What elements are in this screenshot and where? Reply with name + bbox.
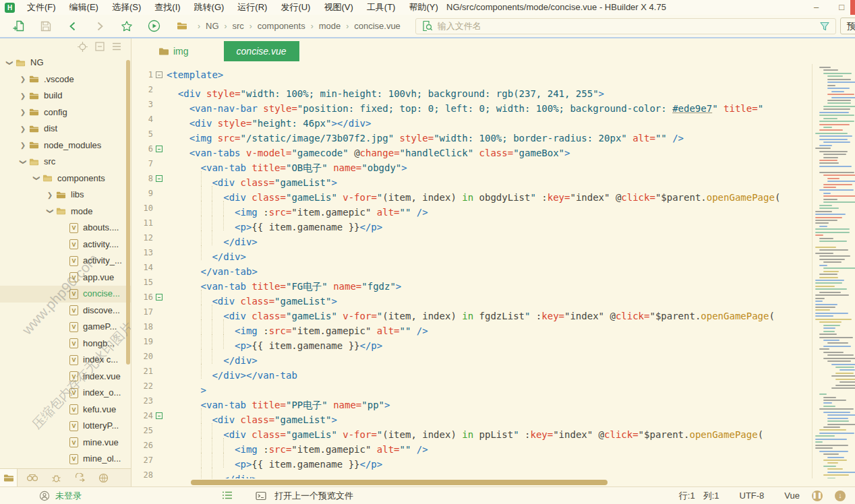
tree-item-discove...[interactable]: Vdiscove... bbox=[0, 303, 131, 319]
gutter[interactable]: 6 bbox=[131, 141, 167, 156]
code-line-4[interactable]: 4<div style="height: 46px"></div> bbox=[131, 112, 811, 127]
menu-item-8[interactable]: 工具(T) bbox=[360, 0, 403, 15]
gutter[interactable]: 14 bbox=[131, 260, 167, 275]
gutter[interactable]: 28 bbox=[131, 468, 167, 478]
encoding-indicator[interactable]: UTF-8 bbox=[740, 491, 765, 501]
favorite-star-button[interactable] bbox=[119, 18, 135, 34]
code-line-13[interactable]: 13</div> bbox=[131, 245, 811, 260]
tab-search[interactable] bbox=[24, 469, 41, 487]
gutter[interactable]: 17 bbox=[131, 305, 167, 319]
chevron-right-icon[interactable]: ❯ bbox=[19, 141, 27, 149]
tree-item-hongb...[interactable]: Vhongb... bbox=[0, 336, 131, 352]
fold-marker-icon[interactable] bbox=[156, 175, 163, 182]
tree-item-dist[interactable]: ❯dist bbox=[0, 121, 131, 137]
breadcrumb-item[interactable]: mode bbox=[319, 21, 341, 31]
gutter[interactable]: 16 bbox=[131, 290, 167, 305]
minimize-button[interactable]: – bbox=[814, 0, 819, 15]
preview-button[interactable]: 预 bbox=[840, 18, 855, 34]
code-line-28[interactable]: 28</div> bbox=[131, 468, 811, 478]
fold-marker-icon[interactable] bbox=[156, 294, 163, 301]
menu-item-2[interactable]: 选择(S) bbox=[105, 0, 148, 15]
search-input[interactable] bbox=[438, 21, 819, 31]
tree-item-kefu.vue[interactable]: Vkefu.vue bbox=[0, 402, 131, 418]
tree-item-activity_...[interactable]: Vactivity_... bbox=[0, 253, 131, 270]
user-icon[interactable] bbox=[39, 491, 50, 501]
chevron-right-icon[interactable]: ❯ bbox=[19, 108, 27, 116]
tab-img[interactable]: img bbox=[158, 46, 189, 57]
tab-debug[interactable] bbox=[47, 469, 65, 487]
code-line-17[interactable]: 17<div class="gameLis" v-for="(item, ind… bbox=[131, 305, 811, 319]
code-line-3[interactable]: 3<van-nav-bar style="position: fixed; to… bbox=[131, 97, 811, 112]
code-editor[interactable]: 1<template>2<div style="width: 100%; min… bbox=[131, 64, 855, 486]
gutter[interactable]: 24 bbox=[131, 408, 167, 423]
code-line-20[interactable]: 20</div> bbox=[131, 349, 811, 364]
gutter[interactable]: 13 bbox=[131, 245, 167, 260]
tree-item-mine.vue[interactable]: Vmine.vue bbox=[0, 435, 131, 451]
chevron-right-icon[interactable]: ❯ bbox=[19, 92, 27, 100]
code-line-25[interactable]: 25<div class="gameLis" v-for="(item, ind… bbox=[131, 423, 811, 438]
tree-item-src[interactable]: ❯src bbox=[0, 154, 131, 170]
gutter[interactable]: 25 bbox=[131, 423, 167, 438]
chevron-right-icon[interactable]: ❯ bbox=[19, 125, 27, 133]
code-line-10[interactable]: 10<img :src="item.gamepic" alt="" /> bbox=[131, 201, 811, 216]
menu-item-0[interactable]: 文件(F) bbox=[20, 0, 63, 15]
gutter[interactable]: 2 bbox=[131, 82, 167, 97]
code-line-16[interactable]: 16<div class="gameList"> bbox=[131, 290, 811, 305]
tree-item-app.vue[interactable]: Vapp.vue bbox=[0, 270, 131, 286]
tree-item-build[interactable]: ❯build bbox=[0, 88, 131, 104]
menu-item-5[interactable]: 运行(R) bbox=[231, 0, 274, 15]
update-icon[interactable]: ❚❚ bbox=[812, 491, 823, 501]
code-line-9[interactable]: 9<div class="gameLis" v-for="(item, inde… bbox=[131, 186, 811, 201]
cursor-col[interactable]: 列:1 bbox=[703, 490, 719, 502]
terminal-icon[interactable] bbox=[256, 491, 266, 501]
code-line-18[interactable]: 18<img :src="item.gamepic" alt="" /> bbox=[131, 319, 811, 334]
gutter[interactable]: 19 bbox=[131, 334, 167, 349]
open-prev-preview[interactable]: 打开上一个预览文件 bbox=[274, 490, 353, 502]
menu-item-4[interactable]: 跳转(G) bbox=[187, 0, 231, 15]
tab-project-explorer[interactable] bbox=[0, 469, 18, 487]
code-line-7[interactable]: 7<van-tab title="OB电子" name="obgdy"> bbox=[131, 156, 811, 171]
gutter[interactable]: 1 bbox=[131, 67, 167, 82]
file-search-box[interactable] bbox=[415, 18, 836, 34]
gutter[interactable]: 3 bbox=[131, 97, 167, 112]
code-line-1[interactable]: 1<template> bbox=[131, 67, 811, 82]
menu-item-3[interactable]: 查找(I) bbox=[148, 0, 187, 15]
code-line-21[interactable]: 21</div></van-tab bbox=[131, 364, 811, 379]
tree-item-activity....[interactable]: Vactivity.... bbox=[0, 237, 131, 253]
menu-item-1[interactable]: 编辑(E) bbox=[63, 0, 105, 15]
gutter[interactable]: 12 bbox=[131, 230, 167, 245]
code-line-27[interactable]: 27<p>{{ item.gamename }}</p> bbox=[131, 453, 811, 468]
gutter[interactable]: 4 bbox=[131, 112, 167, 127]
gutter[interactable]: 9 bbox=[131, 186, 167, 201]
tab-sync[interactable] bbox=[71, 469, 88, 487]
tree-item-indexc...[interactable]: Vindex c... bbox=[0, 352, 131, 369]
breadcrumb-item[interactable]: src bbox=[233, 21, 244, 31]
filter-funnel-icon[interactable] bbox=[819, 21, 830, 32]
code-line-24[interactable]: 24<div class="gameList"> bbox=[131, 408, 811, 423]
tree-item-config[interactable]: ❯config bbox=[0, 104, 131, 121]
code-line-2[interactable]: 2<div style="width: 100%; min-height: 10… bbox=[131, 82, 811, 97]
tree-item-concise...[interactable]: Vconcise... bbox=[0, 286, 131, 303]
explorer-menu-icon[interactable] bbox=[112, 42, 121, 51]
gutter[interactable]: 10 bbox=[131, 201, 167, 216]
breadcrumb-item[interactable]: concise.vue bbox=[354, 21, 401, 31]
chevron-down-icon[interactable]: ❯ bbox=[6, 59, 13, 67]
chevron-down-icon[interactable]: ❯ bbox=[20, 158, 27, 166]
gutter[interactable]: 22 bbox=[131, 379, 167, 393]
gutter[interactable]: 23 bbox=[131, 393, 167, 408]
breadcrumb-item[interactable]: NG bbox=[206, 21, 219, 31]
horizontal-scrollbar[interactable] bbox=[191, 480, 608, 485]
fold-marker-icon[interactable] bbox=[156, 412, 163, 419]
tree-item-.vscode[interactable]: ❯.vscode bbox=[0, 71, 131, 88]
gutter[interactable]: 8 bbox=[131, 171, 167, 186]
tree-item-gameP...[interactable]: VgameP... bbox=[0, 319, 131, 336]
save-button[interactable] bbox=[38, 18, 54, 34]
chevron-right-icon[interactable]: ❯ bbox=[19, 75, 27, 83]
tree-item-NG[interactable]: ❯NG bbox=[0, 55, 131, 71]
gutter[interactable]: 15 bbox=[131, 275, 167, 290]
code-line-5[interactable]: 5<img src="/static/image/73b07f2.jpg" st… bbox=[131, 127, 811, 141]
code-line-8[interactable]: 8<div class="gameList"> bbox=[131, 171, 811, 186]
gutter[interactable]: 18 bbox=[131, 319, 167, 334]
tree-item-abouts....[interactable]: Vabouts.... bbox=[0, 220, 131, 237]
code-line-19[interactable]: 19<p>{{ item.gamename }}</p> bbox=[131, 334, 811, 349]
